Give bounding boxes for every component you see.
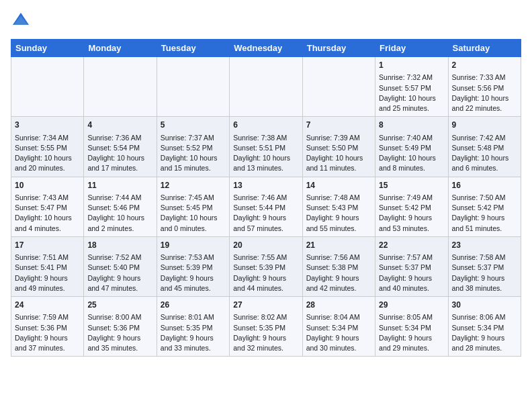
day-info-line: Daylight: 9 hours and 37 minutes. <box>15 333 80 353</box>
calendar-cell: 14Sunrise: 7:48 AMSunset: 5:43 PMDayligh… <box>302 177 375 236</box>
day-info-line: Sunrise: 7:38 AM <box>233 133 298 143</box>
calendar-cell: 29Sunrise: 8:05 AMSunset: 5:34 PMDayligh… <box>375 297 448 357</box>
day-number: 29 <box>379 300 444 311</box>
day-info-line: Sunset: 5:45 PM <box>161 203 226 213</box>
calendar-cell: 4Sunrise: 7:36 AMSunset: 5:54 PMDaylight… <box>84 117 157 177</box>
day-info-line: Sunset: 5:49 PM <box>379 143 444 153</box>
calendar-week-row: 10Sunrise: 7:43 AMSunset: 5:47 PMDayligh… <box>11 177 521 236</box>
calendar-cell: 22Sunrise: 7:57 AMSunset: 5:37 PMDayligh… <box>375 236 448 296</box>
calendar-cell: 21Sunrise: 7:56 AMSunset: 5:38 PMDayligh… <box>302 236 375 296</box>
day-info-line: Sunrise: 7:45 AM <box>161 193 226 203</box>
day-info-line: Sunset: 5:35 PM <box>233 323 298 333</box>
day-number: 7 <box>306 120 371 131</box>
day-info-line: Sunset: 5:39 PM <box>233 263 298 273</box>
calendar-cell: 12Sunrise: 7:45 AMSunset: 5:45 PMDayligh… <box>157 177 229 236</box>
day-of-week-header: Friday <box>375 40 448 57</box>
day-info-line: Sunset: 5:46 PM <box>87 203 152 213</box>
day-info-line: Daylight: 9 hours and 42 minutes. <box>306 273 371 293</box>
day-number: 10 <box>15 180 80 191</box>
day-info-line: Sunrise: 7:56 AM <box>306 253 371 263</box>
day-number: 26 <box>161 300 226 311</box>
day-info-line: Sunrise: 7:44 AM <box>87 193 152 203</box>
day-info-line: Sunrise: 7:36 AM <box>87 133 152 143</box>
day-info-line: Daylight: 10 hours and 22 minutes. <box>452 93 517 113</box>
day-info-line: Daylight: 9 hours and 38 minutes. <box>452 273 517 293</box>
day-info-line: Daylight: 10 hours and 13 minutes. <box>233 153 298 173</box>
day-of-week-header: Sunday <box>11 40 84 57</box>
calendar-cell <box>230 57 302 117</box>
day-number: 13 <box>233 180 298 191</box>
day-info-line: Sunset: 5:43 PM <box>306 203 371 213</box>
day-of-week-header: Wednesday <box>230 40 302 57</box>
day-info-line: Sunrise: 7:46 AM <box>233 193 298 203</box>
calendar-week-row: 17Sunrise: 7:51 AMSunset: 5:41 PMDayligh… <box>11 236 521 296</box>
calendar-cell: 26Sunrise: 8:01 AMSunset: 5:35 PMDayligh… <box>157 297 229 357</box>
day-info-line: Daylight: 9 hours and 28 minutes. <box>452 333 517 353</box>
day-number: 4 <box>87 120 152 131</box>
calendar-cell: 24Sunrise: 7:59 AMSunset: 5:36 PMDayligh… <box>11 297 84 357</box>
day-info-line: Daylight: 9 hours and 55 minutes. <box>306 213 371 233</box>
calendar-cell: 13Sunrise: 7:46 AMSunset: 5:44 PMDayligh… <box>230 177 302 236</box>
calendar-cell <box>11 57 84 117</box>
day-number: 30 <box>452 300 517 311</box>
day-of-week-header: Thursday <box>302 40 375 57</box>
day-number: 20 <box>233 240 298 251</box>
day-info-line: Sunset: 5:47 PM <box>15 203 80 213</box>
day-number: 5 <box>161 120 226 131</box>
day-info-line: Sunset: 5:54 PM <box>87 143 152 153</box>
day-info-line: Sunrise: 7:50 AM <box>452 193 517 203</box>
calendar-cell <box>302 57 375 117</box>
day-info-line: Sunset: 5:34 PM <box>306 323 371 333</box>
day-info-line: Sunrise: 7:48 AM <box>306 193 371 203</box>
day-number: 8 <box>379 120 444 131</box>
day-info-line: Daylight: 9 hours and 35 minutes. <box>87 333 152 353</box>
day-number: 17 <box>15 240 80 251</box>
day-info-line: Daylight: 9 hours and 57 minutes. <box>233 213 298 233</box>
day-number: 19 <box>161 240 226 251</box>
calendar-cell: 9Sunrise: 7:42 AMSunset: 5:48 PMDaylight… <box>448 117 521 177</box>
day-info-line: Sunset: 5:40 PM <box>87 263 152 273</box>
day-of-week-header: Monday <box>84 40 157 57</box>
day-info-line: Daylight: 9 hours and 45 minutes. <box>161 273 226 293</box>
day-number: 11 <box>87 180 152 191</box>
day-info-line: Sunrise: 7:34 AM <box>15 133 80 143</box>
day-info-line: Daylight: 10 hours and 11 minutes. <box>306 153 371 173</box>
day-number: 9 <box>452 120 517 131</box>
day-info-line: Daylight: 10 hours and 4 minutes. <box>15 213 80 233</box>
day-info-line: Sunset: 5:39 PM <box>161 263 226 273</box>
day-of-week-header: Saturday <box>448 40 521 57</box>
day-number: 1 <box>379 60 444 71</box>
calendar-week-row: 1Sunrise: 7:32 AMSunset: 5:57 PMDaylight… <box>11 57 521 117</box>
day-info-line: Sunset: 5:42 PM <box>379 203 444 213</box>
day-info-line: Daylight: 9 hours and 30 minutes. <box>306 333 371 353</box>
day-info-line: Sunset: 5:48 PM <box>452 143 517 153</box>
day-number: 28 <box>306 300 371 311</box>
day-info-line: Daylight: 10 hours and 0 minutes. <box>161 213 226 233</box>
day-info-line: Sunrise: 7:32 AM <box>379 73 444 83</box>
day-info-line: Daylight: 10 hours and 8 minutes. <box>379 153 444 173</box>
day-info-line: Sunset: 5:57 PM <box>379 83 444 93</box>
calendar-cell: 1Sunrise: 7:32 AMSunset: 5:57 PMDaylight… <box>375 57 448 117</box>
calendar-cell: 23Sunrise: 7:58 AMSunset: 5:37 PMDayligh… <box>448 236 521 296</box>
day-info-line: Sunset: 5:36 PM <box>15 323 80 333</box>
day-number: 12 <box>161 180 226 191</box>
day-info-line: Sunset: 5:34 PM <box>452 323 517 333</box>
day-info-line: Daylight: 9 hours and 47 minutes. <box>87 273 152 293</box>
day-info-line: Sunset: 5:50 PM <box>306 143 371 153</box>
day-info-line: Sunset: 5:36 PM <box>87 323 152 333</box>
day-info-line: Daylight: 9 hours and 53 minutes. <box>379 213 444 233</box>
calendar-cell <box>84 57 157 117</box>
day-number: 14 <box>306 180 371 191</box>
calendar-table: SundayMondayTuesdayWednesdayThursdayFrid… <box>11 39 521 357</box>
day-number: 6 <box>233 120 298 131</box>
day-info-line: Daylight: 9 hours and 49 minutes. <box>15 273 80 293</box>
day-number: 18 <box>87 240 152 251</box>
logo <box>11 11 34 31</box>
day-info-line: Sunset: 5:34 PM <box>379 323 444 333</box>
calendar-cell: 28Sunrise: 8:04 AMSunset: 5:34 PMDayligh… <box>302 297 375 357</box>
calendar-week-row: 24Sunrise: 7:59 AMSunset: 5:36 PMDayligh… <box>11 297 521 357</box>
calendar-week-row: 3Sunrise: 7:34 AMSunset: 5:55 PMDaylight… <box>11 117 521 177</box>
calendar-cell <box>157 57 229 117</box>
day-number: 3 <box>15 120 80 131</box>
day-info-line: Daylight: 9 hours and 40 minutes. <box>379 273 444 293</box>
